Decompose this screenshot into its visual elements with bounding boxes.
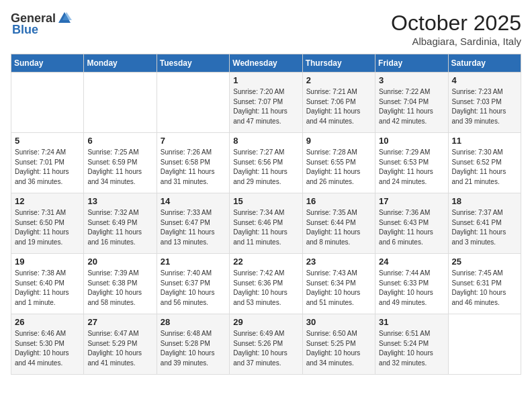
weekday-header-friday: Friday — [375, 54, 448, 73]
weekday-header-wednesday: Wednesday — [230, 54, 302, 73]
calendar-cell: 29Sunrise: 6:49 AM Sunset: 5:26 PM Dayli… — [230, 314, 302, 375]
calendar-cell — [84, 73, 157, 133]
calendar-cell: 8Sunrise: 7:27 AM Sunset: 6:56 PM Daylig… — [230, 133, 302, 193]
calendar-cell: 13Sunrise: 7:32 AM Sunset: 6:49 PM Dayli… — [84, 193, 157, 254]
day-info: Sunrise: 7:21 AM Sunset: 7:06 PM Dayligh… — [306, 87, 371, 126]
day-number: 5 — [15, 136, 80, 146]
day-number: 13 — [87, 196, 152, 206]
day-info: Sunrise: 7:35 AM Sunset: 6:44 PM Dayligh… — [306, 208, 371, 247]
day-number: 31 — [379, 317, 444, 327]
day-info: Sunrise: 7:40 AM Sunset: 6:37 PM Dayligh… — [161, 269, 226, 308]
location-subtitle: Albagiara, Sardinia, Italy — [391, 36, 521, 47]
day-info: Sunrise: 7:24 AM Sunset: 7:01 PM Dayligh… — [15, 148, 80, 187]
calendar-cell: 22Sunrise: 7:42 AM Sunset: 6:36 PM Dayli… — [230, 254, 302, 314]
week-row-1: 1Sunrise: 7:20 AM Sunset: 7:07 PM Daylig… — [11, 73, 521, 133]
calendar-cell: 16Sunrise: 7:35 AM Sunset: 6:44 PM Dayli… — [302, 193, 375, 254]
logo-icon — [57, 11, 72, 26]
calendar-cell: 6Sunrise: 7:25 AM Sunset: 6:59 PM Daylig… — [84, 133, 157, 193]
day-number: 9 — [306, 136, 371, 146]
month-year-title: October 2025 — [391, 11, 521, 36]
page-header: General Blue October 2025 Albagiara, Sar… — [11, 11, 521, 47]
title-block: October 2025 Albagiara, Sardinia, Italy — [391, 11, 521, 47]
day-info: Sunrise: 7:28 AM Sunset: 6:55 PM Dayligh… — [306, 148, 371, 187]
day-number: 18 — [452, 196, 517, 206]
calendar-table: SundayMondayTuesdayWednesdayThursdayFrid… — [11, 54, 521, 375]
day-info: Sunrise: 7:25 AM Sunset: 6:59 PM Dayligh… — [87, 148, 152, 187]
day-info: Sunrise: 7:20 AM Sunset: 7:07 PM Dayligh… — [233, 87, 298, 126]
calendar-cell: 31Sunrise: 6:51 AM Sunset: 5:24 PM Dayli… — [375, 314, 448, 375]
day-info: Sunrise: 7:43 AM Sunset: 6:34 PM Dayligh… — [306, 269, 371, 308]
day-number: 28 — [161, 317, 226, 327]
day-info: Sunrise: 7:38 AM Sunset: 6:40 PM Dayligh… — [15, 269, 80, 308]
calendar-cell: 10Sunrise: 7:29 AM Sunset: 6:53 PM Dayli… — [375, 133, 448, 193]
calendar-cell: 7Sunrise: 7:26 AM Sunset: 6:58 PM Daylig… — [157, 133, 229, 193]
day-number: 24 — [379, 257, 444, 267]
day-number: 10 — [379, 136, 444, 146]
calendar-cell: 18Sunrise: 7:37 AM Sunset: 6:41 PM Dayli… — [448, 193, 521, 254]
day-info: Sunrise: 6:49 AM Sunset: 5:26 PM Dayligh… — [233, 329, 298, 368]
day-info: Sunrise: 7:37 AM Sunset: 6:41 PM Dayligh… — [452, 208, 517, 247]
calendar-cell: 20Sunrise: 7:39 AM Sunset: 6:38 PM Dayli… — [84, 254, 157, 314]
day-number: 12 — [15, 196, 80, 206]
day-info: Sunrise: 7:32 AM Sunset: 6:49 PM Dayligh… — [87, 208, 152, 247]
day-info: Sunrise: 7:23 AM Sunset: 7:03 PM Dayligh… — [452, 87, 517, 126]
day-info: Sunrise: 6:46 AM Sunset: 5:30 PM Dayligh… — [15, 329, 80, 368]
calendar-cell — [11, 73, 84, 133]
calendar-cell: 30Sunrise: 6:50 AM Sunset: 5:25 PM Dayli… — [302, 314, 375, 375]
calendar-cell: 28Sunrise: 6:48 AM Sunset: 5:28 PM Dayli… — [157, 314, 229, 375]
calendar-cell: 17Sunrise: 7:36 AM Sunset: 6:43 PM Dayli… — [375, 193, 448, 254]
calendar-cell: 12Sunrise: 7:31 AM Sunset: 6:50 PM Dayli… — [11, 193, 84, 254]
day-number: 4 — [452, 75, 517, 85]
day-info: Sunrise: 7:34 AM Sunset: 6:46 PM Dayligh… — [233, 208, 298, 247]
calendar-cell: 27Sunrise: 6:47 AM Sunset: 5:29 PM Dayli… — [84, 314, 157, 375]
day-info: Sunrise: 7:44 AM Sunset: 6:33 PM Dayligh… — [379, 269, 444, 308]
week-row-2: 5Sunrise: 7:24 AM Sunset: 7:01 PM Daylig… — [11, 133, 521, 193]
week-row-4: 19Sunrise: 7:38 AM Sunset: 6:40 PM Dayli… — [11, 254, 521, 314]
weekday-header-row: SundayMondayTuesdayWednesdayThursdayFrid… — [11, 54, 521, 73]
day-number: 16 — [306, 196, 371, 206]
day-number: 29 — [233, 317, 298, 327]
weekday-header-sunday: Sunday — [11, 54, 84, 73]
weekday-header-tuesday: Tuesday — [157, 54, 229, 73]
day-number: 8 — [233, 136, 298, 146]
day-number: 11 — [452, 136, 517, 146]
day-info: Sunrise: 7:33 AM Sunset: 6:47 PM Dayligh… — [161, 208, 226, 247]
week-row-5: 26Sunrise: 6:46 AM Sunset: 5:30 PM Dayli… — [11, 314, 521, 375]
calendar-cell — [157, 73, 229, 133]
day-number: 25 — [452, 257, 517, 267]
day-number: 3 — [379, 75, 444, 85]
calendar-cell — [448, 314, 521, 375]
day-info: Sunrise: 6:50 AM Sunset: 5:25 PM Dayligh… — [306, 329, 371, 368]
day-number: 17 — [379, 196, 444, 206]
day-info: Sunrise: 7:45 AM Sunset: 6:31 PM Dayligh… — [452, 269, 517, 308]
calendar-cell: 14Sunrise: 7:33 AM Sunset: 6:47 PM Dayli… — [157, 193, 229, 254]
calendar-cell: 23Sunrise: 7:43 AM Sunset: 6:34 PM Dayli… — [302, 254, 375, 314]
day-info: Sunrise: 6:51 AM Sunset: 5:24 PM Dayligh… — [379, 329, 444, 368]
day-number: 19 — [15, 257, 80, 267]
weekday-header-monday: Monday — [84, 54, 157, 73]
calendar-cell: 1Sunrise: 7:20 AM Sunset: 7:07 PM Daylig… — [230, 73, 302, 133]
calendar-cell: 19Sunrise: 7:38 AM Sunset: 6:40 PM Dayli… — [11, 254, 84, 314]
calendar-cell: 24Sunrise: 7:44 AM Sunset: 6:33 PM Dayli… — [375, 254, 448, 314]
calendar-cell: 5Sunrise: 7:24 AM Sunset: 7:01 PM Daylig… — [11, 133, 84, 193]
weekday-header-saturday: Saturday — [448, 54, 521, 73]
day-info: Sunrise: 7:31 AM Sunset: 6:50 PM Dayligh… — [15, 208, 80, 247]
day-number: 23 — [306, 257, 371, 267]
day-info: Sunrise: 7:29 AM Sunset: 6:53 PM Dayligh… — [379, 148, 444, 187]
day-info: Sunrise: 7:36 AM Sunset: 6:43 PM Dayligh… — [379, 208, 444, 247]
day-info: Sunrise: 7:39 AM Sunset: 6:38 PM Dayligh… — [87, 269, 152, 308]
day-number: 27 — [87, 317, 152, 327]
calendar-cell: 25Sunrise: 7:45 AM Sunset: 6:31 PM Dayli… — [448, 254, 521, 314]
calendar-cell: 26Sunrise: 6:46 AM Sunset: 5:30 PM Dayli… — [11, 314, 84, 375]
day-info: Sunrise: 6:48 AM Sunset: 5:28 PM Dayligh… — [161, 329, 226, 368]
day-number: 1 — [233, 75, 298, 85]
day-info: Sunrise: 7:42 AM Sunset: 6:36 PM Dayligh… — [233, 269, 298, 308]
day-info: Sunrise: 7:30 AM Sunset: 6:52 PM Dayligh… — [452, 148, 517, 187]
day-info: Sunrise: 7:26 AM Sunset: 6:58 PM Dayligh… — [161, 148, 226, 187]
day-number: 14 — [161, 196, 226, 206]
day-number: 21 — [161, 257, 226, 267]
calendar-cell: 3Sunrise: 7:22 AM Sunset: 7:04 PM Daylig… — [375, 73, 448, 133]
day-number: 30 — [306, 317, 371, 327]
day-number: 2 — [306, 75, 371, 85]
week-row-3: 12Sunrise: 7:31 AM Sunset: 6:50 PM Dayli… — [11, 193, 521, 254]
